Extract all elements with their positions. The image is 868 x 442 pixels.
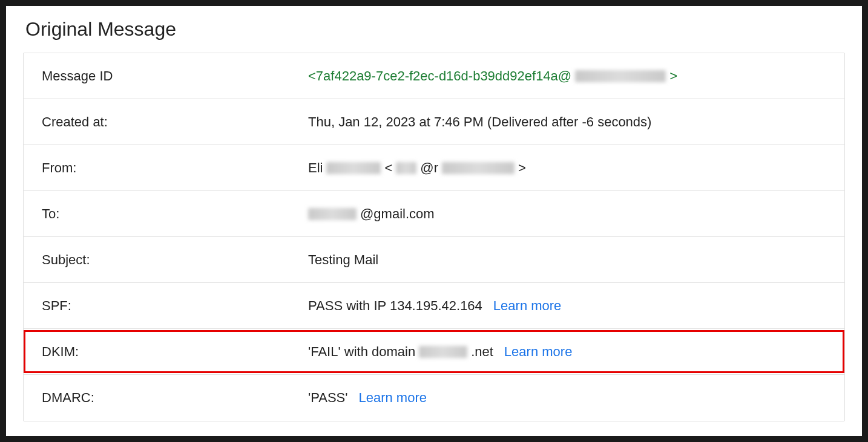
value-message-id: <7af422a9-7ce2-f2ec-d16d-b39dd92ef14a@> [308, 68, 677, 84]
value-from: Eli <@r> [308, 160, 526, 176]
redacted-from-local [396, 162, 416, 174]
label-dkim: DKIM: [42, 344, 308, 360]
row-created-at: Created at: Thu, Jan 12, 2023 at 7:46 PM… [24, 99, 844, 145]
from-bracket-close: > [518, 160, 526, 176]
value-created-at: Thu, Jan 12, 2023 at 7:46 PM (Delivered … [308, 114, 651, 130]
redacted-to-local [308, 208, 357, 220]
label-from: From: [42, 160, 308, 176]
row-spf: SPF: PASS with IP 134.195.42.164 Learn m… [24, 283, 844, 329]
row-to: To: @gmail.com [24, 191, 844, 237]
row-dmarc: DMARC: 'PASS' Learn more [24, 375, 844, 421]
label-created-at: Created at: [42, 114, 308, 130]
value-subject: Testing Mail [308, 252, 378, 268]
label-message-id: Message ID [42, 68, 308, 84]
original-message-panel: Original Message Message ID <7af422a9-7c… [6, 6, 862, 436]
value-dmarc: 'PASS' Learn more [308, 390, 427, 406]
redacted-domain [575, 70, 666, 82]
message-details-table: Message ID <7af422a9-7ce2-f2ec-d16d-b39d… [23, 53, 845, 421]
learn-more-dkim[interactable]: Learn more [504, 344, 573, 360]
dmarc-text: 'PASS' [308, 390, 347, 406]
value-to: @gmail.com [308, 206, 435, 222]
redacted-from-lastname [326, 162, 381, 174]
spf-text: PASS with IP 134.195.42.164 [308, 298, 482, 314]
value-spf: PASS with IP 134.195.42.164 Learn more [308, 298, 561, 314]
to-domain: @gmail.com [360, 206, 435, 222]
learn-more-spf[interactable]: Learn more [493, 298, 562, 314]
learn-more-dmarc[interactable]: Learn more [358, 390, 427, 406]
label-spf: SPF: [42, 298, 308, 314]
row-message-id: Message ID <7af422a9-7ce2-f2ec-d16d-b39d… [24, 53, 844, 99]
from-bracket-open: < [384, 160, 392, 176]
from-name: Eli [308, 160, 323, 176]
row-from: From: Eli <@r> [24, 145, 844, 191]
row-subject: Subject: Testing Mail [24, 237, 844, 283]
row-dkim: DKIM: 'FAIL' with domain .net Learn more [24, 329, 844, 375]
label-to: To: [42, 206, 308, 222]
label-dmarc: DMARC: [42, 390, 308, 406]
message-id-text-prefix: <7af422a9-7ce2-f2ec-d16d-b39dd92ef14a@ [308, 68, 571, 84]
dkim-text-suffix: .net [471, 344, 493, 360]
label-subject: Subject: [42, 252, 308, 268]
redacted-from-domain [442, 162, 515, 174]
message-id-text-suffix: > [669, 68, 677, 84]
value-dkim: 'FAIL' with domain .net Learn more [308, 344, 572, 360]
redacted-dkim-domain [419, 346, 467, 358]
page-title: Original Message [25, 18, 845, 41]
from-at: @r [420, 160, 438, 176]
dkim-text-prefix: 'FAIL' with domain [308, 344, 415, 360]
